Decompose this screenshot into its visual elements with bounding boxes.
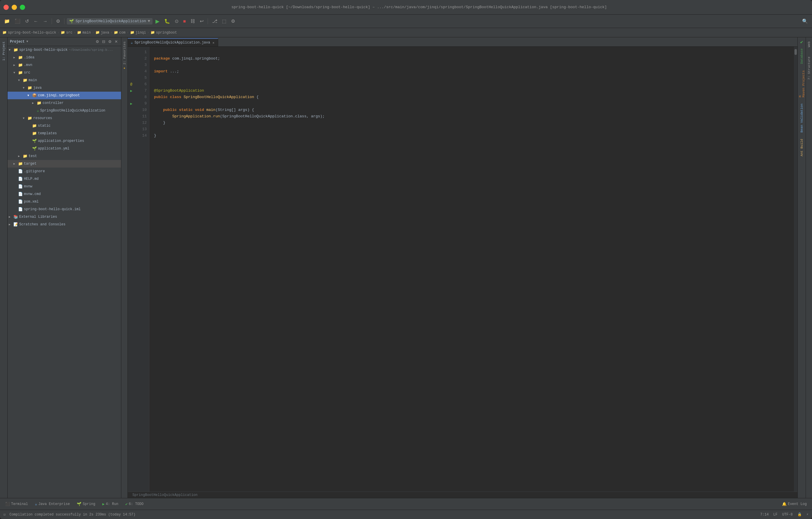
right-tab-bean[interactable]: Bean Validation: [799, 101, 805, 135]
tree-item-src[interactable]: ▼ 📁 src: [7, 69, 121, 77]
toolbar: 📁 ⬛ ↺ ← → ⚙ 🌱 SpringBootHelloQuickApplic…: [0, 15, 812, 28]
right-tab-database[interactable]: Database: [799, 46, 805, 66]
tree-item-mvn[interactable]: ▶ 📁 .mvn: [7, 61, 121, 69]
run-tab-icon: ▶: [103, 502, 105, 507]
tree-item-resources[interactable]: ▼ 📁 resources: [7, 114, 121, 122]
tree-item-help-md[interactable]: ▶ 📄 HELP.md: [7, 175, 121, 183]
bottom-tab-run[interactable]: ▶ 4: Run: [99, 501, 121, 508]
settings-gear-button[interactable]: ⚙: [107, 39, 113, 44]
tree-item-app-properties[interactable]: ▶ 🌱 application.properties: [7, 137, 121, 145]
tree-item-iml[interactable]: ▶ 📄 spring-boot-hello-quick.iml: [7, 206, 121, 213]
tree-item-scratches[interactable]: ▶ 📝 Scratches and Consoles: [7, 221, 121, 228]
attach-debugger-button[interactable]: ⛓: [189, 18, 197, 25]
code-editor[interactable]: @ ▶ ▶ 1 2 3 4 5 6 7: [128, 47, 798, 492]
favorites-strip: ★ 2: Favorites: [121, 37, 128, 498]
run-button[interactable]: ▶: [154, 17, 161, 26]
active-tab[interactable]: ☕ SpringBootHelloQuickApplication.java ✕: [128, 38, 218, 47]
bottom-tab-java-enterprise[interactable]: ☕ Java Enterprise: [32, 501, 73, 508]
git-button[interactable]: ⎇: [210, 17, 219, 25]
tree-item-main-class[interactable]: ▶ ☕ SpringBootHelloQuickApplication: [7, 107, 121, 114]
run-with-coverage-button[interactable]: ⊙: [173, 17, 180, 25]
settings-button[interactable]: ⚙: [229, 17, 237, 25]
breadcrumb-item-springboot[interactable]: 📁 springboot: [150, 30, 177, 35]
web-structure-strip: Web 7: Structure: [806, 37, 812, 498]
tree-item-templates[interactable]: ▶ 📁 templates: [7, 130, 121, 137]
right-checkmark: ✔: [798, 38, 805, 46]
project-panel-label[interactable]: 1: Project: [1, 40, 6, 62]
left-side-panel: 1: Project: [0, 37, 7, 498]
back-button[interactable]: ←: [32, 18, 40, 25]
web-label[interactable]: Web: [807, 40, 812, 49]
tree-item-static[interactable]: ▶ 📁 static: [7, 122, 121, 130]
gutter-7[interactable]: ▶: [128, 88, 135, 94]
tree-item-package[interactable]: ▼ 📦 com.jinqi.springboot: [7, 92, 121, 99]
breadcrumb-item-com[interactable]: 📁 com: [114, 30, 126, 35]
gutter-10: [128, 107, 135, 113]
breadcrumb-item-src[interactable]: 📁 src: [61, 30, 72, 35]
close-panel-button[interactable]: ✕: [114, 39, 119, 44]
right-panel: ✔ Database mMaven Projects Bean Validati…: [798, 37, 806, 498]
stop-button[interactable]: ■: [181, 18, 188, 25]
refresh-button[interactable]: ↺: [23, 17, 31, 25]
tree-item-app-yml[interactable]: ▶ 🌱 application.yml: [7, 145, 121, 153]
right-tab-ant[interactable]: Ant Build: [799, 137, 805, 159]
structure-button[interactable]: ⬛: [13, 17, 22, 25]
bottom-tab-event-log[interactable]: 🔔 Event Log: [779, 501, 810, 508]
bottom-tab-terminal[interactable]: ⬛ Terminal: [2, 501, 31, 508]
breadcrumb-item-jinqi[interactable]: 📁 jinqi: [130, 30, 146, 35]
forward-button[interactable]: →: [41, 18, 49, 25]
collapse-all-button[interactable]: ⊟: [101, 39, 106, 44]
close-button[interactable]: [3, 5, 9, 10]
tree-item-gitignore[interactable]: ▶ 📄 .gitignore: [7, 168, 121, 175]
breadcrumb-item-java[interactable]: 📁 java: [95, 30, 109, 35]
structure-label[interactable]: 7: Structure: [807, 55, 812, 81]
file-encoding[interactable]: UTF-8: [782, 513, 793, 517]
panel-actions: ⚙ ⊟ ⚙ ✕: [95, 39, 119, 44]
maximize-button[interactable]: [20, 5, 25, 10]
gutter-9[interactable]: ▶: [128, 101, 135, 107]
code-content[interactable]: package com.jinqi.springboot; import ...…: [149, 47, 794, 492]
project-folder-button[interactable]: 📁: [2, 17, 12, 25]
debug-button[interactable]: 🐛: [163, 17, 172, 25]
tree-item-mvnw[interactable]: ▶ 📄 mvnw: [7, 183, 121, 190]
close-tab-icon[interactable]: ✕: [212, 40, 215, 45]
tree-item-idea[interactable]: ▶ 📁 .idea: [7, 54, 121, 61]
right-tab-maven[interactable]: mMaven Projects: [797, 68, 807, 100]
minimize-button[interactable]: [12, 5, 17, 10]
bottom-tab-todo[interactable]: ✔ 6: TODO: [122, 501, 146, 508]
tree-item-root[interactable]: ▼ 📁 spring-boot-hello-quick ~/Downloads/…: [7, 46, 121, 54]
tree-item-mvnw-cmd[interactable]: ▶ 📄 mvnw.cmd: [7, 190, 121, 198]
tree-item-test[interactable]: ▶ 📁 test: [7, 153, 121, 160]
breadcrumb-item-main[interactable]: 📁 main: [77, 30, 91, 35]
line-separator[interactable]: LF: [773, 513, 777, 517]
folder-icon-jinqi: 📁: [130, 30, 135, 35]
scroll-indicator[interactable]: [794, 47, 798, 492]
favorites-label[interactable]: ★ 2: Favorites: [122, 40, 127, 72]
tree-item-pom-xml[interactable]: ▶ 📄 pom.xml: [7, 198, 121, 206]
gutter-11: [128, 113, 135, 120]
chevron-down-icon: ▼: [26, 40, 28, 43]
tree-item-target[interactable]: ▶ 📁 target: [7, 160, 121, 168]
project-icon: 📁: [13, 48, 18, 52]
ext-libs-icon: 📚: [13, 215, 18, 219]
cursor-position[interactable]: 7:14: [760, 513, 769, 517]
bottom-tab-spring[interactable]: 🌱 Spring: [74, 501, 98, 508]
src-folder-icon: 📁: [18, 70, 23, 75]
tree-item-main[interactable]: ▼ 📁 main: [7, 77, 121, 84]
tree-item-controller[interactable]: ▶ 📁 controller: [7, 99, 121, 107]
tree-item-java[interactable]: ▼ 📁 java: [7, 84, 121, 92]
sync-button[interactable]: ⚙: [95, 39, 100, 44]
traffic-lights: [3, 5, 25, 10]
reload-button[interactable]: ↩: [198, 17, 205, 25]
terminal-button[interactable]: ⬚: [220, 17, 228, 25]
scroll-thumb[interactable]: [794, 49, 797, 55]
run-config-dropdown-icon[interactable]: ▼: [148, 19, 150, 23]
breadcrumb-item-root[interactable]: 📁 spring-boot-hello-quick: [2, 30, 56, 35]
gutter-14: [128, 133, 135, 139]
run-config[interactable]: 🌱 SpringBootHelloQuickApplication ▼: [67, 18, 152, 25]
file-tree: ▼ 📁 spring-boot-hello-quick ~/Downloads/…: [7, 46, 121, 498]
build-button[interactable]: ⚙: [54, 17, 62, 25]
tree-item-ext-libs[interactable]: ▶ 📚 External Libraries: [7, 213, 121, 221]
search-everywhere-button[interactable]: 🔍: [800, 17, 810, 25]
status-bar: ☑ Compilation completed successfully in …: [0, 510, 812, 519]
